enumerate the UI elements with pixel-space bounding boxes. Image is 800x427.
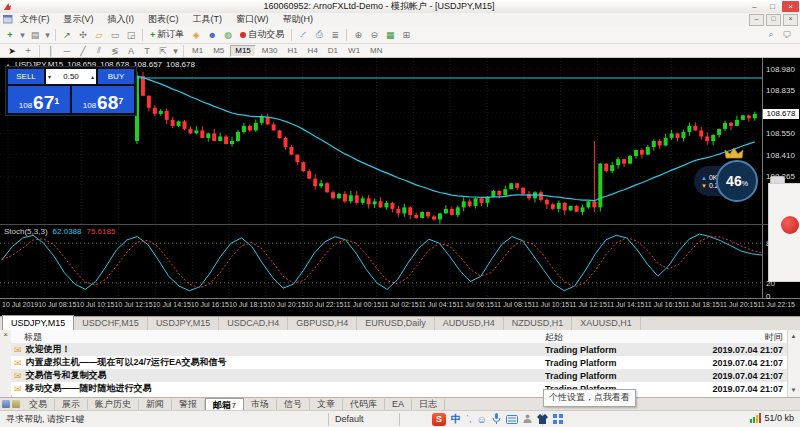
panel-icon[interactable] xyxy=(12,400,20,408)
volume-down-icon[interactable]: ▾ xyxy=(48,73,51,80)
tab-文章[interactable]: 文章 xyxy=(310,399,343,410)
timeframe-W1[interactable]: W1 xyxy=(344,45,364,57)
tab-新闻[interactable]: 新闻 xyxy=(139,399,172,410)
mail-row[interactable]: ✉交易信号和复制交易Trading Platform2019.07.04 21:… xyxy=(11,369,788,382)
mail-row[interactable]: ✉欢迎使用！Trading Platform2019.07.04 21:07 xyxy=(11,343,788,356)
metaquotes-icon[interactable]: ◈ xyxy=(189,28,203,41)
side-popup-panel[interactable] xyxy=(768,183,800,282)
accounts-icon[interactable]: ☻ xyxy=(205,28,219,41)
menu-item-文件[interactable]: 文件(F) xyxy=(13,13,57,26)
zoom-window-icon[interactable]: ◲ xyxy=(124,28,138,41)
trendline-icon[interactable]: ╱ xyxy=(76,44,90,57)
new-chart-dropdown-icon[interactable]: ▾ xyxy=(19,28,26,41)
new-order-button[interactable]: + 新订单 xyxy=(146,28,188,42)
menu-item-图表[interactable]: 图表(C) xyxy=(141,13,186,26)
tab-展示[interactable]: 展示 xyxy=(55,399,88,410)
memory-percent-badge[interactable]: 46 % xyxy=(716,160,758,202)
tab-日志[interactable]: 日志 xyxy=(412,399,445,410)
arrange-icon[interactable]: ⊞ xyxy=(399,28,413,41)
tab-账户历史[interactable]: 账户历史 xyxy=(88,399,139,410)
buy-button[interactable]: BUY xyxy=(98,69,134,84)
chart-tab-XAUUSD,H1[interactable]: XAUUSD,H1 xyxy=(572,317,641,330)
mdi-minimize-button[interactable]: – xyxy=(749,14,764,26)
toolbox-icon[interactable] xyxy=(523,414,532,424)
timeframe-M1[interactable]: M1 xyxy=(188,45,207,57)
timeframe-H4[interactable]: H4 xyxy=(304,45,322,57)
menu-item-窗口[interactable]: 窗口(W) xyxy=(229,13,276,26)
profiles-dropdown-icon[interactable]: ▾ xyxy=(44,28,51,41)
panel-close-icon[interactable]: × xyxy=(0,330,11,340)
emoji-icon[interactable]: ☺ xyxy=(477,414,487,425)
mail-row[interactable]: ✉内置虚拟主机——现在可以24/7运行EA交易和信号Trading Platfo… xyxy=(11,356,788,369)
chart-tab-NZDUSD,H1[interactable]: NZDUSD,H1 xyxy=(504,317,573,330)
arrows-dropdown-icon[interactable]: ▾ xyxy=(172,44,179,57)
chart-tab-EURUSD,Daily[interactable]: EURUSD,Daily xyxy=(357,317,435,330)
menu-item-工具[interactable]: 工具(T) xyxy=(186,13,230,26)
horizontal-line-icon[interactable]: ─ xyxy=(60,44,74,57)
chart-tab-USDJPY,M15[interactable]: USDJPY,M15 xyxy=(148,317,219,330)
status-profile[interactable]: Default xyxy=(329,414,399,424)
tile-windows-icon[interactable]: ▦ xyxy=(383,28,397,41)
tab-交易[interactable]: 交易 xyxy=(22,399,55,410)
ime-lang-indicator[interactable]: 中 xyxy=(451,412,461,426)
scroll-down-icon[interactable]: ▼ xyxy=(788,385,799,396)
timeframe-D1[interactable]: D1 xyxy=(324,45,342,57)
sell-button[interactable]: SELL xyxy=(8,69,44,84)
cursor-icon[interactable]: ➤ xyxy=(5,44,19,57)
menu-item-显示[interactable]: 显示(V) xyxy=(57,13,101,26)
close-button[interactable]: × xyxy=(782,1,799,12)
panel-icon[interactable] xyxy=(2,400,10,408)
profiles-icon[interactable]: ▤ xyxy=(28,28,42,41)
timeframe-M30[interactable]: M30 xyxy=(258,45,282,57)
crosshair-move-icon[interactable]: ✣ xyxy=(76,28,90,41)
depth-of-market-icon[interactable]: ≣ xyxy=(328,28,342,41)
zoom-in-icon[interactable]: ⊕ xyxy=(351,28,365,41)
new-chart-icon[interactable]: + xyxy=(3,28,17,41)
menu-item-帮助[interactable]: 帮助(H) xyxy=(276,13,321,26)
indicator-pane-splitter[interactable] xyxy=(0,224,800,225)
indicators-icon[interactable]: 𝆱 xyxy=(296,28,310,41)
chart-tab-USDCAD,H4[interactable]: USDCAD,H4 xyxy=(219,317,288,330)
buy-price[interactable]: 108 68 7 xyxy=(72,86,134,113)
timeframe-M15[interactable]: M15 xyxy=(230,45,256,57)
fibonacci-icon[interactable]: ≶ xyxy=(108,44,122,57)
channel-icon[interactable]: ⫽ xyxy=(92,44,106,57)
volume-up-icon[interactable]: ▴ xyxy=(91,73,94,80)
minimize-button[interactable]: – xyxy=(746,1,763,12)
sogou-logo-icon[interactable]: S xyxy=(432,413,446,426)
tab-EA[interactable]: EA xyxy=(385,399,412,410)
chart-window-icon[interactable]: ▭ xyxy=(108,28,122,41)
skin-icon[interactable] xyxy=(537,414,548,424)
mic-icon[interactable] xyxy=(492,413,501,425)
mdi-close-button[interactable]: × xyxy=(783,14,798,26)
timeframe-MN[interactable]: MN xyxy=(366,45,386,57)
grid-icon[interactable] xyxy=(553,414,563,424)
crosshair-icon[interactable]: ＋ xyxy=(21,44,35,57)
scroll-up-icon[interactable]: ▲ xyxy=(788,331,799,342)
tab-警报[interactable]: 警报 xyxy=(172,399,205,410)
volume-stepper[interactable]: ▾ 0.50 ▴ xyxy=(46,69,96,84)
tab-代码库[interactable]: 代码库 xyxy=(343,399,385,410)
punctuation-icon[interactable]: ᾽, xyxy=(466,414,472,424)
volume-value[interactable]: 0.50 xyxy=(63,72,79,81)
text-icon[interactable]: A xyxy=(124,44,138,57)
tab-信号[interactable]: 信号 xyxy=(277,399,310,410)
maximize-button[interactable]: □ xyxy=(764,1,781,12)
chart-tab-AUDUSD,H4[interactable]: AUDUSD,H4 xyxy=(435,317,504,330)
sell-price[interactable]: 108 67 1 xyxy=(8,86,70,113)
text-label-icon[interactable]: T xyxy=(140,44,154,57)
chat-icon[interactable]: 🗩 xyxy=(780,28,794,41)
timeframe-H1[interactable]: H1 xyxy=(283,45,301,57)
chart-shift-icon[interactable]: ↗ xyxy=(60,28,74,41)
mailbox-scrollbar[interactable]: ▲ ▼ xyxy=(787,330,800,397)
timeframe-M5[interactable]: M5 xyxy=(209,45,228,57)
tab-市场[interactable]: 市场 xyxy=(244,399,277,410)
autotrading-button[interactable]: 自动交易 xyxy=(236,28,288,42)
community-icon[interactable]: ◍ xyxy=(221,28,235,41)
chart-tab-USDCHF,M15[interactable]: USDCHF,M15 xyxy=(74,317,148,330)
mdi-restore-button[interactable]: □ xyxy=(766,14,781,26)
mail-row[interactable]: ✉移动交易——随时随地进行交易Trading Platform2019.07.0… xyxy=(11,382,788,395)
zoom-out-icon[interactable]: ⊖ xyxy=(367,28,381,41)
indicator-list-icon[interactable]: ⎙ xyxy=(312,28,326,41)
vertical-line-icon[interactable]: │ xyxy=(44,44,58,57)
